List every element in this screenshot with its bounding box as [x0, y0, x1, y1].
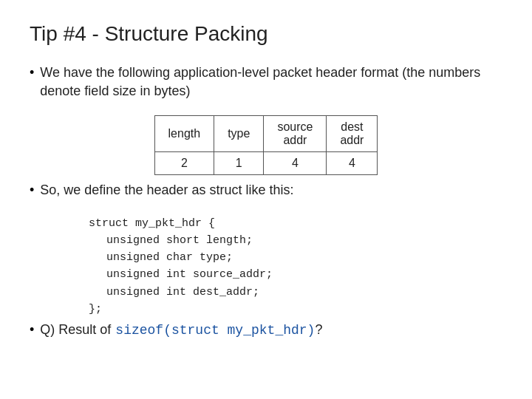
- bullet-symbol-3: •: [30, 322, 34, 338]
- packet-header-table: length type sourceaddr destaddr 2 1 4 4: [154, 115, 378, 175]
- code-line-3: unsigned char type;: [106, 249, 502, 266]
- col-size-type: 1: [214, 152, 264, 175]
- bullet-1: • We have the following application-leve…: [30, 64, 502, 100]
- col-header-type: type: [214, 116, 264, 152]
- packet-header-table-container: length type sourceaddr destaddr 2 1 4 4: [30, 115, 502, 175]
- col-header-source-addr: sourceaddr: [264, 116, 327, 152]
- col-header-length: length: [154, 116, 214, 152]
- col-size-source-addr: 4: [264, 152, 327, 175]
- sizeof-code: sizeof(struct my_pkt_hdr): [115, 323, 315, 338]
- bullet-text-3-prefix: Q) Result of: [40, 322, 111, 338]
- code-line-2: unsigned short length;: [106, 232, 502, 249]
- col-header-dest-addr: destaddr: [327, 116, 378, 152]
- bullet-2: • So, we define the header as struct lik…: [30, 181, 502, 200]
- bullet-text-2: So, we define the header as struct like …: [40, 181, 293, 200]
- code-line-6: };: [89, 301, 502, 318]
- bullet-symbol-1: •: [30, 64, 34, 82]
- code-block: struct my_pkt_hdr { unsigned short lengt…: [89, 215, 502, 318]
- page-title: Tip #4 - Structure Packing: [30, 22, 502, 46]
- col-size-length: 2: [154, 152, 214, 175]
- bullet-3: • Q) Result of sizeof(struct my_pkt_hdr)…: [30, 322, 502, 338]
- col-size-dest-addr: 4: [327, 152, 378, 175]
- bullet-text-1: We have the following application-level …: [40, 64, 502, 100]
- bullet-text-3-suffix: ?: [315, 322, 322, 338]
- code-line-1: struct my_pkt_hdr {: [89, 215, 502, 232]
- code-line-5: unsigned int dest_addr;: [106, 284, 502, 301]
- code-line-4: unsigned int source_addr;: [106, 266, 502, 283]
- bullet-symbol-2: •: [30, 181, 34, 200]
